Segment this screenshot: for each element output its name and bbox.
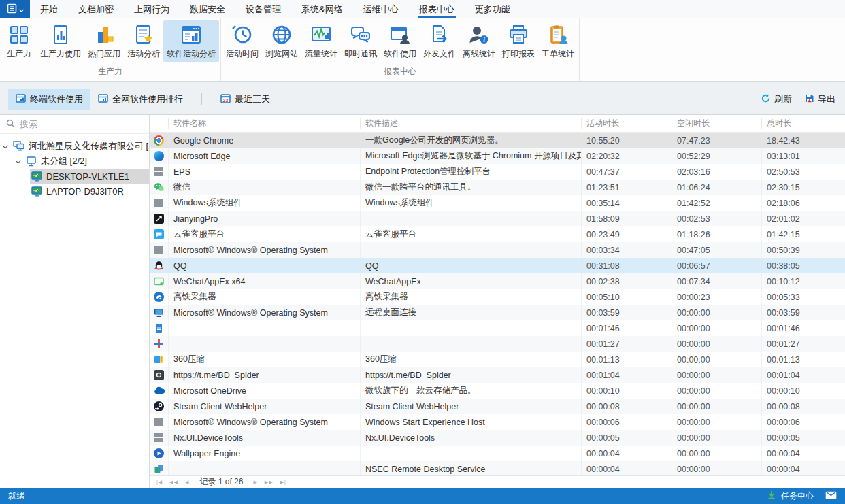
cell-idle-duration: 00:00:00	[672, 367, 762, 383]
windows-icon	[150, 430, 169, 446]
table-row[interactable]: NSEC Remote Desktop Service00:00:0400:00…	[150, 461, 845, 475]
edge-icon	[150, 148, 169, 164]
pager-last-button[interactable]: ▶|	[278, 480, 288, 485]
table-row[interactable]: 高铁采集器高铁采集器00:05:1000:00:2300:05:33	[150, 289, 845, 305]
menu-item-8[interactable]: 报表中心	[409, 0, 465, 18]
cell-software-name: WeChatAppEx x64	[169, 273, 361, 289]
ribbon-button-chat[interactable]: 即时通讯	[341, 20, 380, 62]
tree-node-3[interactable]: DESKTOP-VLKTLE1	[0, 169, 149, 184]
pager-fast-next-button[interactable]: ▶▶	[263, 480, 276, 485]
column-header-5[interactable]: 总时长	[762, 118, 845, 129]
ribbon-button-user-info[interactable]: i离线统计	[459, 20, 499, 62]
ribbon-button-clock[interactable]: 活动时间	[222, 20, 262, 62]
cell-software-desc: 360压缩	[361, 352, 582, 367]
pager-fast-prev-button[interactable]: ◀◀	[167, 480, 180, 485]
table-row[interactable]: QQQQ00:31:0800:06:5700:38:05	[150, 258, 845, 273]
table-row[interactable]: Steam Client WebHelperSteam Client WebHe…	[150, 399, 845, 414]
cell-software-desc	[361, 446, 582, 461]
menu-item-1[interactable]: 开始	[30, 0, 68, 18]
menu-item-3[interactable]: 上网行为	[124, 0, 180, 18]
cell-software-desc: 微软旗下的一款云存储产品。	[361, 383, 582, 399]
menu-item-6[interactable]: 系统&网络	[291, 0, 353, 18]
table-row[interactable]: Microsoft EdgeMicrosoft Edge浏览器是微软基于 Chr…	[150, 148, 845, 164]
download-icon[interactable]	[767, 490, 776, 502]
cell-software-desc: Windows Start Experience Host	[361, 414, 582, 430]
table-row[interactable]: Microsoft® Windows® Operating System00:0…	[150, 242, 845, 258]
table-row[interactable]: Wallpaper Engine00:00:0400:00:0000:00:04	[150, 446, 845, 461]
cell-total-duration: 00:00:10	[762, 383, 845, 399]
table-row[interactable]: Windows系统组件Windows系统组件00:35:1401:42:5202…	[150, 195, 845, 211]
tab-label: 终端软件使用	[30, 93, 83, 105]
ribbon-button-grid[interactable]: 生产力	[1, 20, 37, 62]
ribbon-button-window-chart[interactable]: 软件活动分析	[163, 20, 219, 62]
cell-active-duration: 00:35:14	[582, 195, 672, 211]
cell-software-name: Google Chrome	[169, 133, 361, 148]
column-header-3[interactable]: 活动时长	[582, 118, 672, 129]
app-menu-button[interactable]	[0, 0, 30, 18]
menu-item-4[interactable]: 数据安全	[180, 0, 235, 18]
refresh-button[interactable]: 刷新	[761, 93, 792, 105]
cell-idle-duration: 00:00:23	[672, 289, 762, 305]
cell-software-name: QQ	[169, 258, 361, 273]
tree-node-1[interactable]: 河北瀚星辰文化传媒有限公司 [2/2]	[0, 139, 149, 154]
table-row[interactable]: 微信微信一款跨平台的通讯工具。01:23:5101:06:2402:30:15	[150, 180, 845, 195]
table-row[interactable]: 360压缩360压缩00:01:1300:00:0000:01:13	[150, 352, 845, 367]
pager-next-button[interactable]: ▶	[251, 480, 259, 485]
search-input[interactable]	[20, 119, 143, 129]
expand-chevron-icon[interactable]	[2, 143, 7, 148]
table-row[interactable]: Microsoft® Windows® Operating SystemWind…	[150, 414, 845, 430]
menu-item-5[interactable]: 设备管理	[235, 0, 291, 18]
table-row[interactable]: 云雀客服平台云雀客服平台00:23:4901:18:2601:42:15	[150, 226, 845, 242]
table-row[interactable]: 00:01:2700:00:0000:01:27	[150, 336, 845, 352]
table-row[interactable]: 00:01:4600:00:0000:01:46	[150, 320, 845, 336]
menu-item-2[interactable]: 文档加密	[68, 0, 124, 18]
cell-idle-duration: 00:02:53	[672, 211, 762, 226]
table-row[interactable]: WeChatAppEx x64WeChatAppEx00:02:3800:07:…	[150, 273, 845, 289]
ribbon-button-clipboard-user[interactable]: 工单统计	[538, 20, 578, 62]
cell-total-duration: 03:13:01	[762, 148, 845, 164]
table-row[interactable]: https://t.me/BD_Spiderhttps://t.me/BD_Sp…	[150, 367, 845, 383]
cell-idle-duration: 00:00:00	[672, 320, 762, 336]
menu-item-7[interactable]: 运维中心	[353, 0, 409, 18]
ribbon-button-doc-star[interactable]: 活动分析	[124, 20, 163, 62]
table-row[interactable]: JianyingPro01:58:0900:02:5302:01:02	[150, 211, 845, 226]
ribbon-button-label: 生产力使用	[40, 48, 81, 60]
task-center-button[interactable]: 任务中心	[781, 490, 814, 502]
table-row[interactable]: Microsoft® Windows® Operating System远程桌面…	[150, 305, 845, 320]
table-row[interactable]: Google Chrome一款Google公司开发的网页浏览器。10:55:20…	[150, 133, 845, 148]
table-row[interactable]: Microsoft OneDrive微软旗下的一款云存储产品。00:00:100…	[150, 383, 845, 399]
tree-node-2[interactable]: 未分组 [2/2]	[0, 154, 149, 169]
ribbon-button-bars[interactable]: 热门应用	[84, 20, 124, 62]
pager-first-button[interactable]: |◀	[154, 480, 165, 485]
pager-prev-button[interactable]: ◀	[183, 480, 191, 485]
column-header-1[interactable]: 软件名称	[169, 118, 361, 129]
column-header-2[interactable]: 软件描述	[361, 118, 582, 129]
ribbon-button-doc-arrow[interactable]: 外发文件	[420, 20, 459, 62]
ribbon-button-globe[interactable]: 浏览网站	[262, 20, 301, 62]
tab-2[interactable]: 全网软件使用排行	[90, 89, 190, 110]
menu-item-9[interactable]: 更多功能	[465, 0, 520, 18]
tree-node-4[interactable]: LAPTOP-D9J3IT0R	[0, 184, 149, 199]
export-button[interactable]: 导出	[804, 93, 835, 105]
date-range-filter[interactable]: 23最近三天	[213, 89, 278, 110]
column-header-4[interactable]: 空闲时长	[672, 118, 762, 129]
expand-chevron-icon[interactable]	[15, 158, 20, 163]
cell-software-name: JianyingPro	[169, 211, 361, 226]
cell-total-duration: 18:42:43	[762, 133, 845, 148]
table-row[interactable]: Nx.UI.DeviceToolsNx.UI.DeviceTools00:00:…	[150, 430, 845, 446]
ribbon-button-label: 即时通讯	[344, 48, 377, 60]
ribbon-button-printer[interactable]: 打印报表	[499, 20, 538, 62]
search-box[interactable]	[0, 115, 149, 134]
cell-software-desc	[361, 242, 582, 258]
tab-1[interactable]: 终端软件使用	[8, 89, 90, 110]
cell-idle-duration: 01:06:24	[672, 180, 762, 195]
message-icon[interactable]	[825, 491, 837, 501]
cell-idle-duration: 00:00:00	[672, 336, 762, 352]
cell-software-name: Microsoft® Windows® Operating System	[169, 242, 361, 258]
table-row[interactable]: EPSEndpoint Protection管理控制平台00:47:3702:0…	[150, 164, 845, 180]
ribbon-button-window-user[interactable]: 软件使用	[380, 20, 420, 62]
globe-icon	[270, 23, 293, 46]
ribbon-button-flow[interactable]: 流量统计	[301, 20, 341, 62]
ribbon-button-doc-bar[interactable]: 生产力使用	[37, 20, 84, 62]
window-tab-icon	[16, 93, 26, 105]
